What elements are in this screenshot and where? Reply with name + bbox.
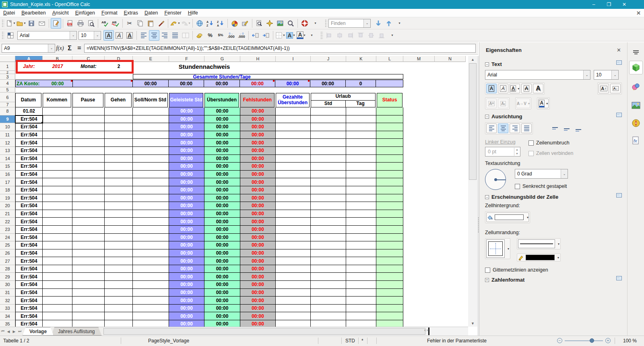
cell-L4-empty[interactable] <box>376 80 403 87</box>
cell-E9[interactable] <box>133 115 169 124</box>
sidebar-align-center-button[interactable] <box>498 124 508 133</box>
cell-G4-value[interactable]: 00:00 <box>204 80 239 87</box>
zoom-level[interactable]: 100 % <box>623 338 637 344</box>
align-vcenter-button[interactable] <box>561 124 572 133</box>
row-header-20[interactable]: 20 <box>0 202 15 210</box>
cell-C21[interactable] <box>72 210 105 218</box>
row-header-3[interactable]: 3 <box>0 74 15 80</box>
cell-B33[interactable] <box>43 305 72 313</box>
cell-G35[interactable]: 00:00 <box>204 320 240 327</box>
cell-B22[interactable] <box>43 218 72 226</box>
cell-E30[interactable] <box>133 281 169 289</box>
spreadsheet-grid[interactable]: ABCDEFGHIJKLMN 1 Jahr: 2017 Monat: 2 Stu… <box>0 56 466 327</box>
row-header-4[interactable]: 4 <box>0 80 15 87</box>
cell-E18[interactable] <box>133 186 169 194</box>
zoom-slider[interactable] <box>565 340 603 341</box>
cell-E23[interactable] <box>133 226 169 234</box>
cell-E19[interactable] <box>133 194 169 202</box>
cell-J9[interactable] <box>311 115 346 124</box>
undo-button[interactable]: ▾ <box>170 18 180 29</box>
cell-A19[interactable]: Err:504 <box>15 194 43 202</box>
cell-H9[interactable]: 00:00 <box>240 115 276 124</box>
cell-G33[interactable]: 00:00 <box>204 305 240 313</box>
cell-G10[interactable]: 00:00 <box>204 123 240 131</box>
find-up-button[interactable] <box>384 18 394 29</box>
toolbar-overflow-icon[interactable]: ▾ <box>310 18 320 29</box>
cell-A22[interactable]: Err:504 <box>15 218 43 226</box>
column-header-G[interactable]: G <box>204 56 240 62</box>
cell-I18[interactable] <box>276 186 311 194</box>
header-urlaub[interactable]: Urlaub <box>311 93 375 101</box>
cell-I8[interactable] <box>276 107 311 115</box>
borders-button[interactable]: ▾ <box>275 30 285 41</box>
cell-C26[interactable] <box>72 249 105 257</box>
cell-D17[interactable] <box>105 178 133 186</box>
cell-appearance-dialog-launcher-icon[interactable] <box>616 193 622 198</box>
cell-I4-value[interactable]: 00:00 <box>275 80 310 87</box>
menu-daten[interactable]: Daten <box>141 9 161 16</box>
cell-I27[interactable] <box>276 257 311 265</box>
cell-K29[interactable] <box>346 273 376 281</box>
email-button[interactable] <box>37 18 47 29</box>
row-header-8[interactable]: 8 <box>0 107 15 115</box>
cell-C9[interactable] <box>72 115 105 124</box>
cell-J35[interactable] <box>311 320 346 327</box>
find-down-button[interactable] <box>373 18 384 29</box>
menu-einfügen[interactable]: Einfügen <box>72 9 98 16</box>
help-button[interactable] <box>299 18 310 29</box>
cell-C29[interactable] <box>72 273 105 281</box>
cell-D13[interactable] <box>105 147 133 155</box>
cell-K15[interactable] <box>346 163 376 171</box>
cell-E35[interactable] <box>133 320 169 327</box>
cell-H29[interactable]: 00:00 <box>240 273 276 281</box>
toolbar-handle[interactable] <box>1 19 4 28</box>
tab-vorlage[interactable]: Vorlage <box>23 327 54 336</box>
cell-L34[interactable] <box>376 312 403 320</box>
cell-L10[interactable] <box>376 123 403 131</box>
cell-B19[interactable] <box>43 194 72 202</box>
cell-I19[interactable] <box>276 194 311 202</box>
cell-L33[interactable] <box>376 305 403 313</box>
left-indent-input[interactable]: 0 pt▲▼ <box>485 147 520 157</box>
bold-button[interactable]: A <box>103 30 114 41</box>
cell-K10[interactable] <box>346 123 376 131</box>
row-header-22[interactable]: 22 <box>0 218 15 226</box>
cell-E1-doc-title[interactable]: Stundennachweis <box>133 62 276 71</box>
header-urlaub-std[interactable]: Std <box>311 101 346 107</box>
cell-C27[interactable] <box>72 257 105 265</box>
cell-F25[interactable]: 00:00 <box>169 241 204 249</box>
cell-H10[interactable]: 00:00 <box>240 123 276 131</box>
cell-D16[interactable] <box>105 171 133 179</box>
cell-H33[interactable]: 00:00 <box>240 305 276 313</box>
row-header-5[interactable]: 5 <box>0 87 15 93</box>
cell-J12[interactable] <box>311 139 346 147</box>
cell-C13[interactable] <box>72 147 105 155</box>
cell-B17[interactable] <box>43 178 72 186</box>
cell-G24[interactable]: 00:00 <box>204 234 240 242</box>
cell-I20[interactable] <box>276 202 311 210</box>
cell-J21[interactable] <box>311 210 346 218</box>
sidebar-underline-button[interactable]: A▾ <box>510 84 520 93</box>
font-name-combo[interactable]: Arial⌄ <box>17 31 77 40</box>
cell-F34[interactable]: 00:00 <box>169 312 204 320</box>
row-header-24[interactable]: 24 <box>0 234 15 242</box>
cell-G27[interactable]: 00:00 <box>204 257 240 265</box>
object-align-top-button[interactable] <box>355 30 366 41</box>
cell-A33[interactable]: Err:504 <box>15 305 43 313</box>
object-align-bottom-button[interactable] <box>376 30 387 41</box>
row-header-23[interactable]: 23 <box>0 226 15 234</box>
border-picker-button[interactable] <box>486 239 505 258</box>
cell-K11[interactable] <box>346 131 376 139</box>
cell-F33[interactable]: 00:00 <box>169 305 204 313</box>
cell-J20[interactable] <box>311 202 346 210</box>
alignment-dialog-launcher-icon[interactable] <box>616 113 622 117</box>
header-urlaub-tag[interactable]: Tag <box>346 101 375 107</box>
cell-I35[interactable] <box>276 320 311 327</box>
column-header-K[interactable]: K <box>346 56 376 62</box>
cell-L16[interactable] <box>376 171 403 179</box>
cell-H8[interactable]: 00:00 <box>240 107 276 115</box>
cell-H32[interactable]: 00:00 <box>240 297 276 305</box>
row-header-28[interactable]: 28 <box>0 265 15 273</box>
zoom-out-icon[interactable]: − <box>557 338 562 343</box>
cell-G16[interactable]: 00:00 <box>204 171 240 179</box>
